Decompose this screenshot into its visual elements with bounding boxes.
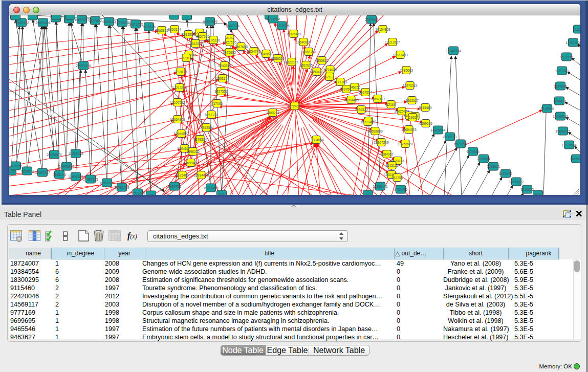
svg-text:8471676: 8471676	[499, 172, 512, 176]
svg-text:8454749: 8454749	[247, 50, 260, 53]
svg-text:9227343: 9227343	[555, 69, 569, 73]
svg-text:15751074: 15751074	[565, 41, 580, 45]
svg-text:7515526: 7515526	[142, 25, 156, 29]
svg-text:2300215: 2300215	[266, 111, 279, 115]
svg-text:1156819: 1156819	[20, 169, 34, 173]
svg-text:924: 924	[535, 193, 540, 195]
svg-text:2935114: 2935114	[477, 157, 490, 161]
svg-text:19218506: 19218506	[274, 24, 290, 28]
svg-text:17016504: 17016504	[561, 143, 577, 147]
svg-text:14099489: 14099489	[183, 161, 199, 165]
svg-text:417006: 417006	[211, 102, 223, 105]
svg-text:6794028: 6794028	[323, 68, 337, 72]
svg-text:14353594: 14353594	[199, 126, 214, 129]
svg-text:9115460: 9115460	[419, 106, 432, 110]
svg-text:8813054: 8813054	[267, 17, 280, 21]
svg-text:10653267: 10653267	[74, 18, 90, 21]
svg-text:1145194: 1145194	[53, 173, 66, 177]
svg-text:9777169: 9777169	[334, 80, 347, 84]
svg-text:6466160: 6466160	[102, 20, 116, 24]
svg-text:18807249: 18807249	[374, 141, 389, 144]
svg-text:19654923: 19654923	[401, 128, 417, 132]
svg-text:129: 129	[148, 193, 154, 195]
svg-text:2718126: 2718126	[174, 70, 187, 74]
svg-text:9657791: 9657791	[168, 185, 181, 188]
svg-text:8860124: 8860124	[168, 28, 181, 31]
svg-text:12505185: 12505185	[68, 175, 83, 179]
svg-text:7632621: 7632621	[487, 165, 500, 168]
svg-text:1990448: 1990448	[310, 70, 323, 74]
svg-text:16782759: 16782759	[114, 186, 129, 189]
svg-text:1621022: 1621022	[323, 75, 336, 79]
svg-text:10973493: 10973493	[393, 53, 408, 57]
svg-text:19756928: 19756928	[398, 142, 413, 146]
svg-text:5498222: 5498222	[186, 150, 200, 154]
svg-text:1209388: 1209388	[554, 84, 567, 88]
svg-text:157: 157	[219, 193, 224, 195]
svg-text:1733426: 1733426	[394, 188, 407, 191]
svg-text:15692971: 15692971	[555, 129, 571, 133]
svg-text:98903: 98903	[182, 56, 191, 60]
svg-text:19384554: 19384554	[309, 138, 324, 142]
svg-text:16648784: 16648784	[446, 49, 461, 53]
svg-text:19975867: 19975867	[59, 165, 74, 168]
svg-text:16958107: 16958107	[99, 181, 115, 185]
svg-text:10807487: 10807487	[370, 97, 385, 101]
svg-text:17957275: 17957275	[83, 178, 98, 181]
svg-text:8427552: 8427552	[214, 90, 228, 93]
svg-text:6879197: 6879197	[454, 142, 467, 146]
svg-text:1615132: 1615132	[385, 164, 399, 167]
svg-text:12923448: 12923448	[130, 191, 145, 195]
svg-text:8186328: 8186328	[207, 38, 220, 42]
svg-text:9827505: 9827505	[196, 35, 209, 38]
svg-text:10543382: 10543382	[188, 42, 203, 46]
svg-text:16671355: 16671355	[128, 23, 143, 26]
svg-text:8267130: 8267130	[205, 113, 218, 117]
svg-text:2867608: 2867608	[234, 45, 248, 49]
svg-text:20206578: 20206578	[47, 153, 62, 157]
svg-text:14136141: 14136141	[373, 185, 388, 188]
svg-text:9242848: 9242848	[218, 64, 231, 68]
svg-text:2635061: 2635061	[9, 164, 23, 168]
svg-text:16914479: 16914479	[193, 173, 209, 177]
svg-text:12942737: 12942737	[35, 171, 50, 174]
svg-text:9463627: 9463627	[405, 99, 419, 102]
svg-text:17: 17	[366, 193, 370, 195]
svg-text:1527602: 1527602	[89, 19, 102, 23]
svg-text:14409554: 14409554	[430, 128, 446, 132]
svg-text:16210643: 16210643	[553, 115, 568, 118]
svg-text:19166822: 19166822	[173, 132, 189, 136]
svg-text:1167533: 1167533	[570, 157, 580, 161]
svg-text:18724007: 18724007	[287, 104, 302, 108]
svg-text:3875685: 3875685	[223, 51, 236, 54]
svg-text:8215955: 8215955	[540, 107, 554, 111]
svg-text:16033809: 16033809	[202, 20, 217, 24]
svg-text:20053346: 20053346	[76, 64, 91, 68]
svg-text:7625402: 7625402	[176, 173, 189, 177]
svg-text:17359928: 17359928	[68, 152, 83, 156]
svg-text:7663822: 7663822	[155, 29, 168, 32]
svg-text:8938923: 8938923	[443, 135, 456, 139]
svg-text:16154808: 16154808	[375, 28, 390, 31]
svg-text:1965: 1965	[409, 116, 417, 119]
svg-text:10654112: 10654112	[509, 180, 524, 184]
svg-text:9084067: 9084067	[380, 152, 394, 156]
svg-text:2803144: 2803144	[216, 77, 229, 80]
svg-text:12213369: 12213369	[172, 86, 187, 90]
svg-text:12213967: 12213967	[385, 40, 400, 44]
svg-text:62160: 62160	[386, 103, 396, 106]
svg-text:7955812: 7955812	[315, 59, 329, 62]
svg-text:10107553: 10107553	[170, 101, 185, 104]
svg-text:15716485: 15716485	[203, 186, 219, 190]
svg-text:9474444: 9474444	[466, 150, 480, 154]
svg-text:9245652: 9245652	[520, 188, 534, 191]
svg-text:1244419: 1244419	[553, 99, 566, 103]
svg-text:7986322: 7986322	[355, 108, 368, 112]
svg-text:2087682: 2087682	[365, 18, 378, 21]
svg-text:16961758: 16961758	[301, 50, 316, 54]
svg-text:746266: 746266	[349, 85, 360, 89]
svg-text:18640910: 18640910	[296, 40, 311, 44]
svg-text:1112: 1112	[575, 28, 580, 31]
svg-text:9129966: 9129966	[560, 55, 573, 59]
svg-text:3624554: 3624554	[359, 91, 372, 94]
